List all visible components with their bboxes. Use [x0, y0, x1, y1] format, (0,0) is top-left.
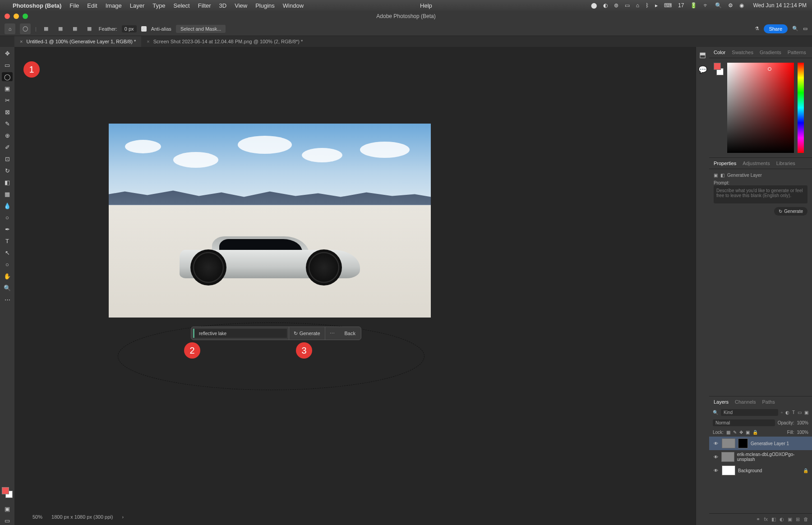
- comment-icon[interactable]: 💬: [698, 65, 707, 74]
- lock-all-icon[interactable]: 🔒: [752, 430, 758, 435]
- layer-filter[interactable]: Kind: [721, 409, 778, 416]
- lasso-tool[interactable]: ◯: [2, 72, 13, 81]
- tab-swatches[interactable]: Swatches: [732, 50, 753, 55]
- keyboard-icon[interactable]: ⌨: [664, 2, 672, 9]
- lock-trans-icon[interactable]: ▦: [726, 430, 730, 435]
- search-ps-icon[interactable]: 🔍: [792, 26, 798, 32]
- intersect-selection-icon[interactable]: ▦: [84, 24, 94, 34]
- menu-select[interactable]: Select: [174, 2, 190, 9]
- bluetooth-icon[interactable]: ᛒ: [646, 2, 649, 9]
- zoom-level[interactable]: 50%: [32, 514, 42, 520]
- layer-name[interactable]: Generative Layer 1: [751, 441, 789, 446]
- menu-image[interactable]: Image: [106, 2, 122, 9]
- share-button[interactable]: Share: [764, 24, 788, 33]
- prompt-textarea[interactable]: Describe what you'd like to generate or …: [714, 185, 807, 203]
- hand-tool[interactable]: ✋: [2, 272, 13, 281]
- home-button[interactable]: ⌂: [5, 23, 15, 34]
- generate-button[interactable]: ↻Generate: [289, 327, 325, 340]
- opacity-value[interactable]: 100%: [797, 420, 808, 425]
- app-name[interactable]: Photoshop (Beta): [13, 2, 61, 9]
- tab-channels[interactable]: Channels: [735, 399, 756, 405]
- lock-nest-icon[interactable]: ▣: [746, 430, 750, 435]
- shape-tool[interactable]: ○: [2, 260, 13, 269]
- path-tool[interactable]: ↖: [2, 248, 13, 257]
- battery-icon[interactable]: 🔋: [690, 2, 697, 9]
- layer-row[interactable]: 👁 erik-mclean-dbLgODXOPgo-unsplash: [709, 450, 812, 464]
- doc-dims[interactable]: 1800 px x 1080 px (300 ppi): [51, 514, 113, 520]
- tab-libraries[interactable]: Libraries: [776, 161, 795, 166]
- quickmask-tool[interactable]: ▣: [2, 504, 13, 513]
- visibility-icon[interactable]: 👁: [713, 441, 719, 446]
- play-icon[interactable]: ▸: [655, 2, 658, 9]
- back-button[interactable]: Back: [339, 327, 361, 340]
- marker-icon[interactable]: ⌂: [636, 2, 639, 9]
- new-selection-icon[interactable]: ▦: [41, 24, 51, 34]
- type-tool[interactable]: T: [2, 236, 13, 245]
- filter-smart-icon[interactable]: ▣: [804, 410, 808, 415]
- link-icon[interactable]: ⚭: [756, 516, 760, 522]
- more-options-button[interactable]: ⋯: [325, 327, 339, 340]
- select-mask-button[interactable]: Select and Mask...: [176, 25, 226, 33]
- add-selection-icon[interactable]: ▦: [55, 24, 65, 34]
- mask-add-icon[interactable]: ◧: [771, 516, 776, 522]
- minimize-window[interactable]: [14, 14, 19, 19]
- subtract-selection-icon[interactable]: ▦: [70, 24, 80, 34]
- close-tab-icon[interactable]: ×: [147, 39, 149, 44]
- menu-file[interactable]: File: [69, 2, 79, 9]
- layer-thumbnail[interactable]: [721, 452, 734, 462]
- menu-edit[interactable]: Edit: [87, 2, 97, 9]
- close-tab-icon[interactable]: ×: [20, 39, 23, 44]
- brush-tool[interactable]: ✐: [2, 143, 13, 152]
- fx-icon[interactable]: fx: [764, 516, 768, 522]
- close-window[interactable]: [5, 14, 10, 19]
- tab-adjustments[interactable]: Adjustments: [743, 161, 770, 166]
- stamp-tool[interactable]: ⊡: [2, 154, 13, 163]
- layer-row[interactable]: 👁 Background 🔒: [709, 464, 812, 477]
- menu-view[interactable]: View: [235, 2, 247, 9]
- status-icon[interactable]: ⬤: [591, 2, 597, 9]
- menu-help[interactable]: Help: [420, 2, 432, 9]
- fill-value[interactable]: 100%: [797, 430, 808, 435]
- group-icon[interactable]: ▣: [788, 516, 792, 522]
- object-select-tool[interactable]: ▣: [2, 84, 13, 93]
- crop-tool[interactable]: ✂: [2, 96, 13, 105]
- filter-type-icon[interactable]: T: [792, 410, 795, 415]
- eyedropper-tool[interactable]: ✎: [2, 119, 13, 128]
- control-icon[interactable]: ⚙: [728, 2, 733, 9]
- screenmode-tool[interactable]: ▭: [2, 516, 13, 525]
- blend-mode[interactable]: Normal: [713, 419, 775, 426]
- gradient-tool[interactable]: ▦: [2, 189, 13, 198]
- document-canvas[interactable]: [109, 124, 431, 318]
- visibility-icon[interactable]: 👁: [713, 468, 719, 473]
- status-arrow-icon[interactable]: ›: [122, 514, 124, 520]
- lasso-tool-icon[interactable]: ◯: [20, 23, 31, 34]
- date-icon[interactable]: 17: [678, 2, 684, 9]
- tab-gradients[interactable]: Gradients: [760, 50, 781, 55]
- generative-prompt-input[interactable]: reflective lake: [193, 329, 287, 338]
- lock-icon[interactable]: 🔒: [803, 468, 808, 473]
- visibility-icon[interactable]: 👁: [713, 455, 719, 460]
- tab-1[interactable]: × Untitled-1 @ 100% (Generative Layer 1,…: [14, 36, 141, 47]
- beaker-icon[interactable]: ⚗: [755, 26, 759, 32]
- color-swatches[interactable]: [2, 487, 13, 498]
- tab-color[interactable]: Color: [714, 50, 725, 55]
- maximize-window[interactable]: [23, 14, 28, 19]
- menu-filter[interactable]: Filter: [198, 2, 211, 9]
- lock-pos-icon[interactable]: ✥: [739, 430, 743, 435]
- filter-pixel-icon[interactable]: ▫: [781, 410, 783, 415]
- learn-icon[interactable]: ⬒: [699, 51, 706, 59]
- layer-mask[interactable]: [738, 438, 748, 448]
- workspace-icon[interactable]: ▭: [803, 26, 807, 32]
- layer-thumbnail[interactable]: [722, 438, 735, 448]
- menu-window[interactable]: Window: [283, 2, 304, 9]
- pen-tool[interactable]: ✒: [2, 225, 13, 234]
- tab-layers[interactable]: Layers: [714, 399, 729, 405]
- layer-name[interactable]: erik-mclean-dbLgODXOPgo-unsplash: [737, 452, 808, 462]
- adjust-icon[interactable]: ◐: [780, 516, 784, 522]
- filter-shape-icon[interactable]: ▭: [798, 410, 802, 415]
- frame-tool[interactable]: ⊠: [2, 107, 13, 116]
- siri-icon[interactable]: ◉: [739, 2, 744, 9]
- menu-plugins[interactable]: Plugins: [255, 2, 275, 9]
- menu-layer[interactable]: Layer: [130, 2, 145, 9]
- canvas-area[interactable]: 1 reflective lake ↻Generate ⋯ Back 2 3 5…: [14, 47, 696, 525]
